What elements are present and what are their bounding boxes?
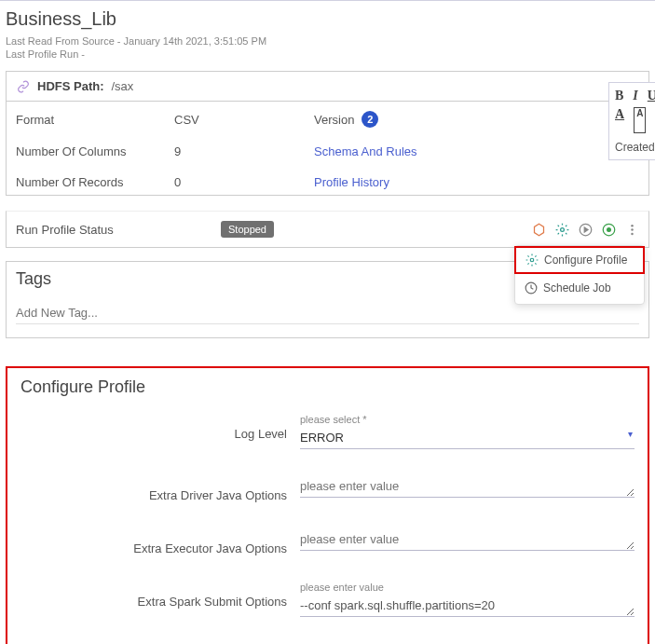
config-title: Configure Profile	[20, 377, 635, 397]
text-color-icon[interactable]: A	[615, 107, 624, 133]
hdfs-value: /sax	[112, 79, 134, 93]
svg-point-1	[561, 227, 565, 231]
editor-side-panel: B I U S A A Sans S Created with HDFS	[608, 82, 655, 160]
svg-point-9	[530, 258, 534, 262]
log-level-select[interactable]: ERROR	[300, 427, 635, 449]
highlight-icon[interactable]: A	[634, 107, 646, 133]
columns-value: 9	[174, 144, 314, 158]
executor-opts-input[interactable]	[300, 528, 635, 551]
hdfs-path-row: HDFS Path: /sax	[6, 71, 649, 101]
svg-point-6	[631, 224, 634, 226]
more-menu-icon[interactable]	[625, 223, 639, 237]
schema-rules-link[interactable]: Schema And Rules	[314, 144, 639, 158]
svg-point-5	[607, 227, 611, 231]
info-panel: Format CSV Version 2 Number Of Columns 9…	[6, 101, 649, 196]
last-profile-meta: Last Profile Run -	[6, 48, 649, 60]
side-text: Created with HDFS	[615, 141, 649, 154]
profile-history-link[interactable]: Profile History	[314, 175, 639, 189]
page-title: Business_Lib	[6, 8, 649, 30]
play-circle-icon[interactable]	[579, 223, 593, 237]
status-label: Run Profile Status	[16, 223, 221, 237]
menu-configure-profile[interactable]: Configure Profile	[514, 246, 645, 274]
spark-opts-input[interactable]	[300, 595, 635, 617]
underline-icon[interactable]: U	[648, 89, 655, 103]
hdfs-label: HDFS Path:	[37, 79, 104, 93]
svg-point-7	[631, 228, 634, 231]
format-label: Format	[16, 113, 174, 127]
refresh-icon[interactable]	[602, 223, 616, 237]
menu-schedule-job[interactable]: Schedule Job	[515, 276, 644, 300]
gear-icon	[525, 253, 539, 267]
version-label: Version	[314, 113, 354, 127]
last-read-meta: Last Read From Source - January 14th 202…	[6, 35, 649, 47]
configure-profile-panel: Configure Profile Log Level please selec…	[6, 366, 649, 644]
spark-opts-hint: please enter value	[300, 582, 635, 593]
svg-point-8	[631, 232, 634, 235]
version-badge: 2	[362, 111, 378, 128]
menu-label: Schedule Job	[543, 281, 611, 295]
svg-marker-0	[535, 224, 544, 236]
tags-title: Tags	[16, 269, 51, 289]
log-level-label: Log Level	[20, 414, 300, 441]
format-value: CSV	[174, 113, 314, 127]
status-chip: Stopped	[221, 221, 274, 238]
italic-icon[interactable]: I	[633, 89, 637, 103]
hex-icon[interactable]	[532, 223, 546, 237]
driver-opts-input[interactable]	[300, 475, 635, 498]
gear-icon[interactable]	[555, 223, 569, 237]
menu-label: Configure Profile	[544, 253, 627, 267]
log-level-hint: please select *	[300, 414, 635, 425]
spark-opts-label: Extra Spark Submit Options	[20, 582, 300, 609]
columns-label: Number Of Columns	[16, 144, 174, 158]
records-value: 0	[174, 175, 314, 189]
actions-menu: Configure Profile Schedule Job	[514, 245, 645, 305]
records-label: Number Of Records	[16, 175, 174, 189]
clock-icon	[525, 281, 538, 295]
driver-opts-label: Extra Driver Java Options	[20, 475, 300, 502]
svg-marker-3	[584, 227, 588, 232]
path-icon	[16, 79, 30, 93]
run-profile-status-row: Run Profile Status Stopped Configure Pro…	[6, 211, 649, 248]
bold-icon[interactable]: B	[615, 89, 623, 103]
executor-opts-label: Extra Executor Java Options	[20, 528, 300, 555]
